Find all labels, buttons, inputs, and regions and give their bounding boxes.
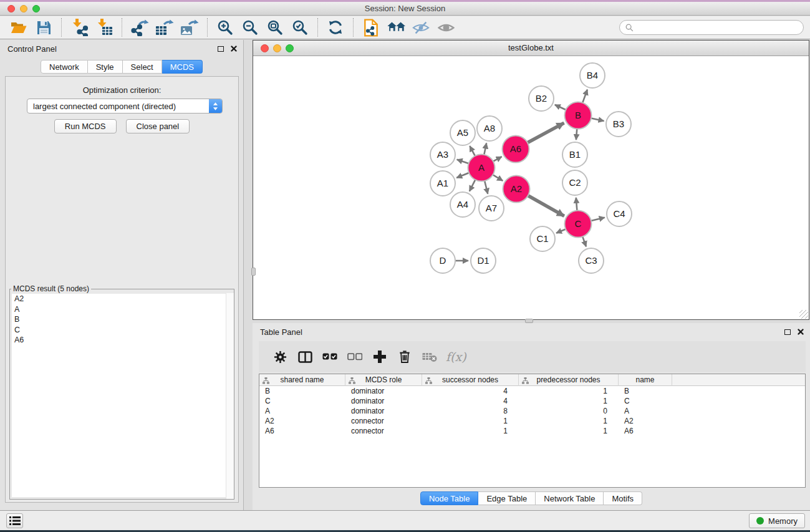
- birds-eye-view-button[interactable]: [385, 17, 407, 37]
- network-window-titlebar[interactable]: testGlobe.txt: [253, 41, 809, 56]
- table-row[interactable]: Cdominator41C: [259, 396, 805, 406]
- svg-text:B: B: [575, 110, 581, 120]
- graph-node-D[interactable]: D: [430, 248, 455, 273]
- mcds-result-item[interactable]: A6: [12, 335, 232, 346]
- graph-node-A6[interactable]: A6: [503, 136, 529, 163]
- mcds-result-item[interactable]: B: [12, 314, 232, 325]
- export-image-button[interactable]: [179, 17, 200, 37]
- result-scrollbar[interactable]: [226, 293, 234, 499]
- run-mcds-button[interactable]: Run MCDS: [54, 119, 117, 133]
- zoom-fit-button[interactable]: [264, 17, 286, 37]
- tab-network-table[interactable]: Network Table: [536, 491, 604, 505]
- network-graph[interactable]: B4B2BB3A8A5A6A3B1AA1C2A2A4A7C4CC1C3DD1: [253, 56, 809, 319]
- tab-style[interactable]: Style: [88, 60, 123, 74]
- hide-panels-button[interactable]: [410, 17, 432, 37]
- tab-network[interactable]: Network: [41, 60, 88, 74]
- graph-node-B3[interactable]: B3: [606, 112, 631, 137]
- graph-node-C2[interactable]: C2: [562, 170, 587, 195]
- table-cell: 1: [519, 416, 619, 426]
- float-panel-icon[interactable]: [784, 329, 791, 335]
- table-row[interactable]: Bdominator41B: [259, 386, 805, 396]
- export-network-button[interactable]: [129, 17, 150, 37]
- mcds-result-item[interactable]: C: [12, 325, 232, 336]
- show-columns-button[interactable]: [292, 346, 317, 367]
- new-session-button[interactable]: [360, 17, 382, 37]
- show-panels-button[interactable]: [435, 17, 456, 37]
- network-minimize-button[interactable]: [273, 44, 281, 52]
- svg-text:A2: A2: [511, 183, 522, 194]
- column-header-shared-name[interactable]: shared name: [259, 374, 345, 386]
- window-resize-grip[interactable]: [799, 310, 808, 319]
- close-window-button[interactable]: [7, 5, 15, 12]
- deselect-all-columns-button[interactable]: [342, 346, 367, 367]
- minimize-window-button[interactable]: [20, 5, 27, 12]
- close-panel-icon[interactable]: [231, 46, 237, 52]
- mcds-result-item[interactable]: A: [12, 304, 232, 315]
- graph-node-A1[interactable]: A1: [430, 171, 455, 196]
- graph-node-B1[interactable]: B1: [562, 142, 587, 167]
- close-panel-button[interactable]: Close panel: [126, 119, 190, 133]
- import-network-button[interactable]: [69, 17, 90, 37]
- function-builder-button[interactable]: f(x): [442, 346, 466, 367]
- open-session-button[interactable]: [8, 17, 29, 37]
- graph-node-B4[interactable]: B4: [580, 63, 605, 88]
- network-canvas[interactable]: B4B2BB3A8A5A6A3B1AA1C2A2A4A7C4CC1C3DD1: [253, 56, 809, 319]
- delete-columns-button[interactable]: [392, 346, 417, 367]
- graph-node-C4[interactable]: C4: [607, 201, 632, 226]
- delete-table-button[interactable]: [417, 346, 442, 367]
- zoom-window-button[interactable]: [32, 5, 40, 12]
- column-header-name[interactable]: name: [619, 374, 672, 386]
- network-zoom-button[interactable]: [286, 44, 294, 52]
- tab-select[interactable]: Select: [123, 60, 162, 74]
- node-table[interactable]: shared nameMCDS rolesuccessor nodesprede…: [259, 374, 806, 488]
- svg-text:D1: D1: [477, 255, 489, 266]
- graph-node-B2[interactable]: B2: [529, 86, 554, 111]
- graph-node-D1[interactable]: D1: [471, 248, 496, 273]
- table-options-button[interactable]: [268, 346, 292, 367]
- table-row[interactable]: A6connector11A6: [259, 426, 805, 436]
- graph-node-C[interactable]: C: [565, 211, 592, 238]
- float-panel-icon[interactable]: [218, 46, 224, 52]
- graph-node-A5[interactable]: A5: [450, 120, 475, 145]
- graph-node-A7[interactable]: A7: [479, 196, 504, 221]
- table-row[interactable]: Adominator80A: [259, 406, 805, 416]
- titlebar[interactable]: Session: New Session: [0, 2, 810, 16]
- select-all-columns-button[interactable]: [317, 346, 342, 367]
- zoom-out-button[interactable]: [239, 17, 261, 37]
- search-input[interactable]: [637, 23, 798, 32]
- tab-node-table[interactable]: Node Table: [420, 491, 479, 505]
- save-session-button[interactable]: [33, 17, 54, 37]
- graph-node-A2[interactable]: A2: [503, 176, 530, 203]
- search-box[interactable]: [619, 20, 804, 35]
- column-header-predecessor-nodes[interactable]: predecessor nodes: [519, 374, 619, 386]
- export-table-button[interactable]: [154, 17, 175, 37]
- add-column-button[interactable]: [367, 346, 392, 367]
- graph-node-A4[interactable]: A4: [450, 192, 475, 217]
- tab-edge-table[interactable]: Edge Table: [478, 491, 536, 505]
- graph-node-C3[interactable]: C3: [579, 248, 604, 273]
- graph-node-B[interactable]: B: [565, 102, 592, 129]
- application-window: Session: New Session: [0, 0, 810, 532]
- memory-button[interactable]: Memory: [749, 513, 805, 528]
- splitter-grip-vertical[interactable]: [251, 268, 256, 276]
- graph-node-A[interactable]: A: [468, 155, 495, 181]
- mcds-result-item[interactable]: A2: [12, 294, 232, 304]
- graph-node-A8[interactable]: A8: [477, 116, 502, 141]
- close-panel-icon[interactable]: [798, 329, 804, 335]
- criterion-select[interactable]: largest connected component (directed): [27, 99, 223, 114]
- task-history-button[interactable]: [6, 513, 23, 528]
- zoom-in-button[interactable]: [215, 17, 236, 37]
- splitter-grip-horizontal[interactable]: [525, 319, 533, 323]
- graph-node-A3[interactable]: A3: [430, 142, 455, 167]
- network-close-button[interactable]: [261, 44, 269, 52]
- graph-node-C1[interactable]: C1: [530, 226, 555, 251]
- zoom-selected-button[interactable]: [289, 17, 311, 37]
- tab-mcds[interactable]: MCDS: [162, 60, 203, 74]
- column-header-mcds-role[interactable]: MCDS role: [345, 374, 422, 386]
- tab-motifs[interactable]: Motifs: [604, 491, 642, 505]
- table-row[interactable]: A2connector11A2: [259, 416, 805, 426]
- import-table-button[interactable]: [94, 17, 115, 37]
- column-header-successor-nodes[interactable]: successor nodes: [422, 374, 519, 386]
- table-cell: connector: [345, 416, 422, 426]
- refresh-button[interactable]: [325, 17, 346, 37]
